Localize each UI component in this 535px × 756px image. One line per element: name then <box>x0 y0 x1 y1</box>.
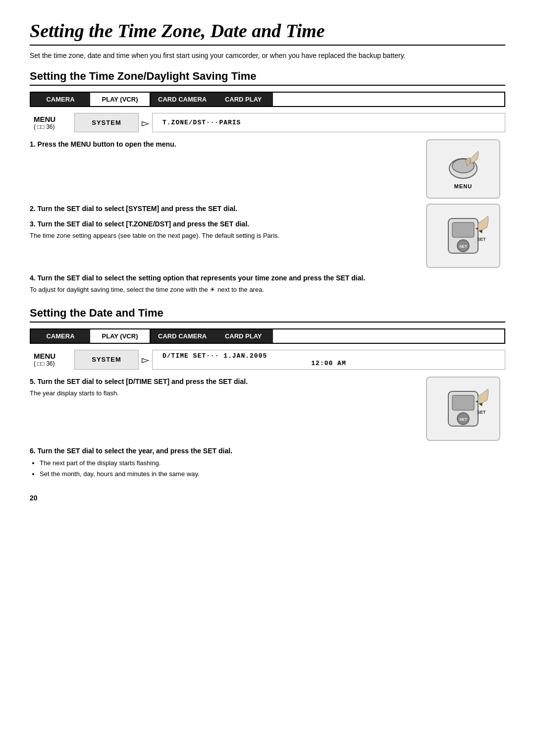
menu-page-2: ( □□ 36) <box>34 360 70 367</box>
menu-button-label: MENU <box>454 183 472 189</box>
step-4-number: 4. <box>30 274 36 282</box>
step-2-3-text: 2. Turn the SET dial to select [SYSTEM] … <box>30 204 421 246</box>
step-2-3-container: 2. Turn the SET dial to select [SYSTEM] … <box>30 204 505 268</box>
menu-display-row-2: MENU ( □□ 36) SYSTEM ▻ D/TIME SET··· 1.J… <box>30 350 505 370</box>
step-2-p: 2. Turn the SET dial to select [SYSTEM] … <box>30 204 411 214</box>
step-4-subtext: To adjust for daylight saving time, sele… <box>30 285 505 295</box>
step-6-p: 6. Turn the SET dial to select the year,… <box>30 446 505 456</box>
menu-result-line2: 12:00 AM <box>162 360 495 367</box>
menu-result-line1: D/TIME SET··· 1.JAN.2005 <box>162 352 495 360</box>
page-title: Setting the Time Zone, Date and Time <box>30 20 505 46</box>
svg-text:SET: SET <box>459 244 467 249</box>
system-label-1: SYSTEM <box>74 113 139 132</box>
svg-text:SET: SET <box>477 237 486 242</box>
svg-rect-3 <box>452 222 474 237</box>
set-dial-illustration-1: SET SET <box>426 204 500 268</box>
menu-word-2: MENU <box>34 352 70 360</box>
page-number: 20 <box>30 494 505 502</box>
section2-title: Setting the Date and Time <box>30 307 505 323</box>
bullet-2: Set the month, day, hours and minutes in… <box>40 469 505 479</box>
menu-result-1: T.ZONE/DST···PARIS <box>152 113 505 132</box>
step-6-label: Turn the SET dial to select the year, an… <box>38 447 232 455</box>
menu-result-2: D/TIME SET··· 1.JAN.2005 12:00 AM <box>152 350 505 370</box>
step-5-subtext: The year display starts to flash. <box>30 388 411 398</box>
set-dial-icon-1: SET SET <box>433 209 493 263</box>
svg-text:SET: SET <box>477 410 486 415</box>
menu-button-icon <box>443 149 483 183</box>
step-1-text: 1. Press the MENU button to open the men… <box>30 139 421 155</box>
step-3-subtext: The time zone setting appears (see table… <box>30 231 411 241</box>
step-3-p: 3. Turn the SET dial to select [T.ZONE/D… <box>30 219 411 229</box>
mode-bar-2: CAMERA PLAY (VCR) CARD CAMERA CARD PLAY <box>30 328 505 344</box>
step-1-image: MENU <box>421 139 505 199</box>
step-2-label: Turn the SET dial to select [SYSTEM] and… <box>38 205 237 213</box>
menu-word-1: MENU <box>34 115 70 123</box>
step-5-number: 5. <box>30 378 36 385</box>
mode-play-vcr-2: PLAY (VCR) <box>90 329 150 343</box>
mode-camera: CAMERA <box>31 93 90 106</box>
step-5-label: Turn the SET dial to select [D/TIME SET]… <box>38 378 248 385</box>
step-1-container: 1. Press the MENU button to open the men… <box>30 139 505 199</box>
section1-title: Setting the Time Zone/Daylight Saving Ti… <box>30 70 505 86</box>
step-3: 3. Turn the SET dial to select [T.ZONE/D… <box>30 219 411 241</box>
intro-text: Set the time zone, date and time when yo… <box>30 51 505 61</box>
mode-camera-2: CAMERA <box>31 329 90 343</box>
step-5-container: 5. Turn the SET dial to select [D/TIME S… <box>30 377 505 441</box>
system-label-2: SYSTEM <box>74 350 139 370</box>
step-3-number: 3. <box>30 220 36 228</box>
step-1-text: 1. Press the MENU button to open the men… <box>30 139 411 150</box>
svg-rect-8 <box>452 395 474 410</box>
menu-arrow-2: ▻ <box>139 350 152 370</box>
step-2: 2. Turn the SET dial to select [SYSTEM] … <box>30 204 411 214</box>
mode-card-play-2: CARD PLAY <box>214 329 273 343</box>
mode-bar-1: CAMERA PLAY (VCR) CARD CAMERA CARD PLAY <box>30 92 505 107</box>
mode-card-play: CARD PLAY <box>214 93 273 106</box>
step-4-label: Turn the SET dial to select the setting … <box>38 274 366 282</box>
step-3-label: Turn the SET dial to select [T.ZONE/DST]… <box>38 220 250 228</box>
bullet-1: The next part of the display starts flas… <box>40 458 505 468</box>
menu-label-2: MENU ( □□ 36) <box>30 350 74 370</box>
step-6-number: 6. <box>30 447 36 455</box>
svg-text:SET: SET <box>459 417 467 422</box>
step-2-3-image: SET SET <box>421 204 505 268</box>
step-1: 1. Press the MENU button to open the men… <box>30 139 411 150</box>
step-2-number: 2. <box>30 205 36 213</box>
step-4-p: 4. Turn the SET dial to select the setti… <box>30 273 505 283</box>
step-1-label: Press the MENU button to open the menu. <box>38 140 176 148</box>
mode-play-vcr: PLAY (VCR) <box>90 93 150 106</box>
step-5: 5. Turn the SET dial to select [D/TIME S… <box>30 377 411 398</box>
step-6-bullets: The next part of the display starts flas… <box>40 458 505 479</box>
menu-page-1: ( □□ 36) <box>34 123 70 130</box>
menu-display-row-1: MENU ( □□ 36) SYSTEM ▻ T.ZONE/DST···PARI… <box>30 113 505 132</box>
menu-label-1: MENU ( □□ 36) <box>30 113 74 132</box>
step-1-number: 1. <box>30 140 36 148</box>
set-dial-icon-2: SET SET <box>433 381 493 436</box>
menu-arrow-1: ▻ <box>139 113 152 132</box>
mode-card-camera-2: CARD CAMERA <box>151 329 214 343</box>
step-4: 4. Turn the SET dial to select the setti… <box>30 273 505 295</box>
menu-button-illustration: MENU <box>426 139 500 199</box>
step-5-p: 5. Turn the SET dial to select [D/TIME S… <box>30 377 411 387</box>
step-6: 6. Turn the SET dial to select the year,… <box>30 446 505 479</box>
set-dial-illustration-2: SET SET <box>426 377 500 441</box>
step-5-image: SET SET <box>421 377 505 441</box>
step-5-text: 5. Turn the SET dial to select [D/TIME S… <box>30 377 421 403</box>
mode-card-camera: CARD CAMERA <box>151 93 214 106</box>
